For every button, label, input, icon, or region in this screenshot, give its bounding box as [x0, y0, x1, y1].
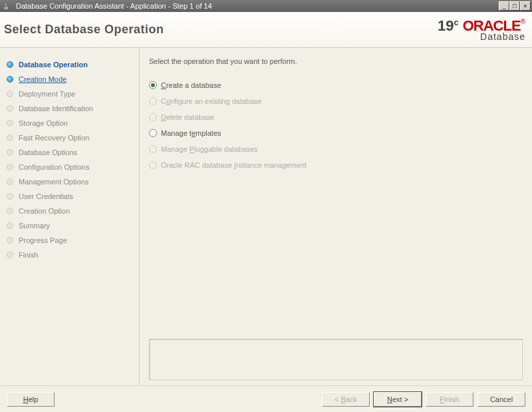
step-label: Database Identification — [19, 104, 93, 112]
radio-icon — [149, 81, 157, 89]
version-number: 19 — [438, 17, 454, 34]
step-label: Deployment Type — [19, 90, 75, 98]
step-label: Configuration Options — [19, 163, 89, 171]
option-label: Manage templates — [161, 129, 221, 137]
radio-icon — [149, 161, 157, 169]
step-label: User Credentials — [19, 192, 73, 200]
step-label: Creation Mode — [19, 75, 66, 83]
step-bullet-icon — [7, 178, 13, 185]
operation-option-5: Oracle RAC database Instance management — [149, 157, 523, 173]
close-button[interactable]: × — [520, 1, 531, 11]
step-2: Deployment Type — [4, 87, 135, 101]
back-button[interactable]: < Back — [322, 392, 370, 407]
operation-option-1: Configure an existing database — [149, 93, 523, 109]
step-bullet-icon — [7, 193, 13, 200]
main-area: Database OperationCreation ModeDeploymen… — [0, 48, 532, 385]
step-label: Summary — [19, 222, 50, 230]
step-10: Creation Option — [4, 204, 135, 218]
operation-option-0[interactable]: Create a database — [149, 77, 523, 93]
java-icon — [1, 1, 11, 11]
step-bullet-icon — [7, 120, 13, 126]
step-label: Database Operation — [19, 61, 88, 69]
option-label: Manage Pluggable databases — [161, 145, 258, 153]
step-bullet-icon — [7, 91, 13, 97]
page-title: Select Database Operation — [4, 23, 164, 37]
step-9: User Credentials — [4, 189, 135, 204]
step-label: Fast Recovery Option — [19, 134, 89, 142]
operation-option-2: Delete database — [149, 109, 523, 125]
step-bullet-icon — [7, 61, 13, 68]
step-label: Storage Option — [19, 119, 68, 127]
step-12: Progress Page — [4, 233, 135, 248]
oracle-logo: 19c ORACLE® Database — [438, 18, 525, 41]
footer: Help < Back Next > Finish Cancel — [0, 385, 532, 412]
step-bullet-icon — [7, 222, 13, 229]
step-bullet-icon — [7, 149, 13, 156]
minimize-button[interactable]: _ — [499, 1, 509, 11]
option-label: Configure an existing database — [161, 97, 262, 105]
step-label: Finish — [19, 251, 38, 259]
step-4: Storage Option — [4, 116, 135, 130]
instruction-text: Select the operation that you want to pe… — [149, 57, 523, 65]
sidebar: Database OperationCreation ModeDeploymen… — [0, 48, 140, 385]
step-bullet-icon — [7, 105, 13, 112]
step-1[interactable]: Creation Mode — [4, 72, 135, 87]
step-7: Configuration Options — [4, 160, 135, 174]
step-label: Progress Page — [19, 236, 67, 244]
next-button[interactable]: Next > — [374, 392, 422, 407]
operation-option-3[interactable]: Manage templates — [149, 125, 523, 141]
step-bullet-icon — [7, 134, 13, 141]
option-label: Oracle RAC database Instance management — [161, 161, 307, 169]
maximize-button[interactable]: □ — [509, 1, 520, 11]
header-banner: Select Database Operation 19c ORACLE® Da… — [0, 12, 532, 48]
step-bullet-icon — [7, 252, 13, 258]
window-controls: _ □ × — [499, 1, 531, 11]
window-title: Database Configuration Assistant - Appli… — [13, 2, 499, 10]
radio-icon — [149, 145, 157, 153]
step-bullet-icon — [7, 164, 13, 170]
step-label: Database Options — [19, 148, 77, 156]
step-bullet-icon — [7, 76, 13, 83]
message-area — [149, 339, 523, 380]
radio-icon — [149, 97, 157, 105]
option-label: Delete database — [161, 113, 214, 121]
option-label: Create a database — [161, 81, 221, 89]
step-3: Database Identification — [4, 101, 135, 116]
operation-option-4: Manage Pluggable databases — [149, 141, 523, 157]
step-6: Database Options — [4, 145, 135, 160]
step-bullet-icon — [7, 237, 13, 244]
help-button[interactable]: Help — [7, 392, 55, 407]
step-5: Fast Recovery Option — [4, 130, 135, 145]
radio-icon — [149, 129, 157, 137]
step-8: Management Options — [4, 174, 135, 189]
step-label: Management Options — [19, 178, 88, 186]
step-11: Summary — [4, 218, 135, 233]
step-bullet-icon — [7, 208, 13, 214]
version-suffix: c — [454, 17, 459, 27]
titlebar: Database Configuration Assistant - Appli… — [0, 0, 532, 12]
step-label: Creation Option — [19, 207, 70, 215]
content-pane: Select the operation that you want to pe… — [140, 48, 532, 385]
radio-icon — [149, 113, 157, 121]
operation-options: Create a databaseConfigure an existing d… — [149, 77, 523, 339]
registered-icon: ® — [521, 18, 525, 25]
finish-button[interactable]: Finish — [426, 392, 473, 407]
step-13: Finish — [4, 248, 135, 262]
step-0: Database Operation — [4, 57, 135, 72]
cancel-button[interactable]: Cancel — [477, 392, 525, 407]
